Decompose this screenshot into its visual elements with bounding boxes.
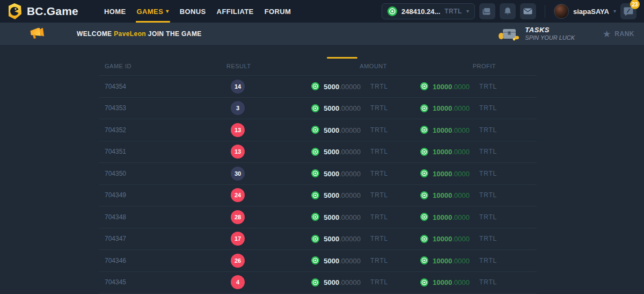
trtl-coin-icon (311, 169, 319, 177)
amount-currency: TRTL (370, 213, 388, 221)
result-badge: 13 (231, 145, 245, 159)
profit-int: 10000 (433, 213, 452, 221)
treasure-chest-icon (498, 26, 519, 42)
tasks-subtitle: SPIN YOUR LUCK (525, 34, 575, 41)
table-row[interactable]: 704352 13 5000.00000 TRTL (99, 119, 537, 141)
profit-currency: TRTL (479, 170, 497, 177)
rank-link[interactable]: ★ RANK (603, 30, 634, 39)
profit-dec: .0000 (452, 278, 470, 286)
amount-dec: .00000 (339, 148, 361, 156)
profit-currency: TRTL (479, 83, 497, 90)
profit-int: 10000 (433, 278, 452, 286)
tasks-title: TASKS (525, 26, 575, 34)
nav-item-games[interactable]: GAMES▾ (131, 0, 174, 23)
amount-cell: 5000.00000 TRTL (291, 169, 414, 178)
chat-button[interactable]: 23 (620, 3, 636, 19)
profit-dec: .0000 (452, 170, 470, 178)
amount-cell: 5000.00000 TRTL (291, 212, 414, 222)
result-badge: 28 (231, 210, 245, 224)
profit-currency: TRTL (479, 126, 497, 134)
megaphone-icon (30, 28, 45, 40)
bcgame-logo-icon (8, 3, 22, 19)
amount-currency: TRTL (370, 104, 388, 112)
table-row[interactable]: 704354 14 5000.00000 TRTL (99, 76, 537, 98)
balance-selector[interactable]: 248410.24... TRTL ▾ (382, 3, 475, 19)
result-badge: 14 (231, 80, 245, 94)
profit-int: 10000 (433, 104, 452, 112)
game-id-cell: 704346 (99, 257, 221, 264)
brand-logo[interactable]: BC.Game (8, 3, 78, 19)
bets-table: GAME ID RESULT AMOUNT PROFIT 704354 14 5… (99, 56, 537, 293)
profit-dec: .0000 (452, 213, 470, 221)
amount-currency: TRTL (370, 148, 388, 155)
brand-name: BC.Game (27, 5, 78, 18)
game-id-cell: 704352 (99, 126, 221, 134)
table-row[interactable]: 704353 3 5000.00000 TRTL (99, 98, 537, 120)
chat-unread-badge: 23 (630, 0, 640, 9)
column-header-result: RESULT (221, 63, 291, 69)
amount-dec: .00000 (339, 83, 361, 91)
amount-cell: 5000.00000 TRTL (291, 190, 414, 200)
trtl-coin-icon (420, 235, 428, 243)
profit-int: 10000 (433, 235, 452, 243)
amount-int: 5000 (324, 278, 339, 286)
game-id-cell: 704350 (99, 170, 221, 177)
tasks-link[interactable]: TASKS SPIN YOUR LUCK (498, 26, 575, 42)
nav-item-bonus[interactable]: BONUS (174, 0, 211, 23)
top-navbar: BC.Game HOME GAMES▾ BONUS AFFILIATE FORU… (0, 0, 644, 23)
wallet-button[interactable] (479, 3, 495, 19)
amount-dec: .00000 (339, 257, 361, 265)
result-badge: 24 (231, 188, 245, 202)
amount-cell: 5000.00000 TRTL (291, 125, 414, 135)
amount-dec: .00000 (339, 170, 361, 178)
game-id-cell: 704353 (99, 104, 221, 112)
notifications-button[interactable] (500, 3, 516, 19)
main-content: GAME ID RESULT AMOUNT PROFIT 704354 14 5… (0, 56, 644, 294)
user-menu[interactable]: siapaSAYA ▾ (554, 4, 616, 19)
trtl-coin-icon (420, 126, 428, 134)
amount-currency: TRTL (370, 235, 388, 242)
amount-currency: TRTL (370, 126, 388, 134)
trtl-coin-icon (420, 169, 428, 177)
trtl-coin-icon (311, 235, 319, 243)
amount-dec: .00000 (339, 213, 361, 221)
profit-cell: 10000.0000 TRTL (414, 212, 537, 222)
amount-int: 5000 (324, 170, 339, 178)
amount-dec: .00000 (339, 126, 361, 134)
amount-cell: 5000.00000 TRTL (291, 277, 414, 287)
trtl-coin-icon (311, 191, 319, 199)
avatar (554, 4, 569, 19)
header-divider (545, 5, 545, 18)
result-badge: 26 (231, 254, 245, 268)
bell-icon (504, 7, 511, 16)
table-row[interactable]: 704346 26 5000.00000 TRTL (99, 250, 537, 272)
profit-dec: .0000 (452, 257, 470, 265)
game-id-cell: 704351 (99, 148, 221, 155)
welcome-username: PaveLeon (114, 30, 146, 38)
table-row[interactable]: 704348 28 5000.00000 TRTL (99, 206, 537, 228)
trtl-coin-icon (420, 278, 428, 286)
nav-item-forum[interactable]: FORUM (259, 0, 297, 23)
profit-dec: .0000 (452, 235, 470, 243)
trtl-coin-icon (311, 126, 319, 134)
messages-button[interactable] (520, 3, 536, 19)
table-row[interactable]: 704351 13 5000.00000 TRTL (99, 141, 537, 163)
nav-item-home[interactable]: HOME (99, 0, 131, 23)
main-nav: HOME GAMES▾ BONUS AFFILIATE FORUM (99, 0, 296, 23)
game-id-cell: 704349 (99, 191, 221, 199)
amount-dec: .00000 (339, 104, 361, 112)
trtl-coin-icon (420, 256, 428, 264)
table-row[interactable]: 704345 4 5000.00000 TRTL (99, 272, 537, 294)
active-tab-indicator (327, 57, 357, 59)
nav-item-affiliate[interactable]: AFFILIATE (211, 0, 259, 23)
table-row[interactable]: 704349 24 5000.00000 TRTL (99, 185, 537, 207)
profit-dec: .0000 (452, 148, 470, 156)
mail-icon (523, 8, 532, 15)
table-row[interactable]: 704350 30 5000.00000 TRTL (99, 163, 537, 185)
profit-dec: .0000 (452, 126, 470, 134)
chevron-down-icon: ▾ (166, 9, 169, 14)
trtl-coin-icon (311, 256, 319, 264)
trtl-coin-icon (420, 104, 428, 112)
result-badge: 13 (231, 123, 245, 137)
table-row[interactable]: 704347 17 5000.00000 TRTL (99, 228, 537, 250)
